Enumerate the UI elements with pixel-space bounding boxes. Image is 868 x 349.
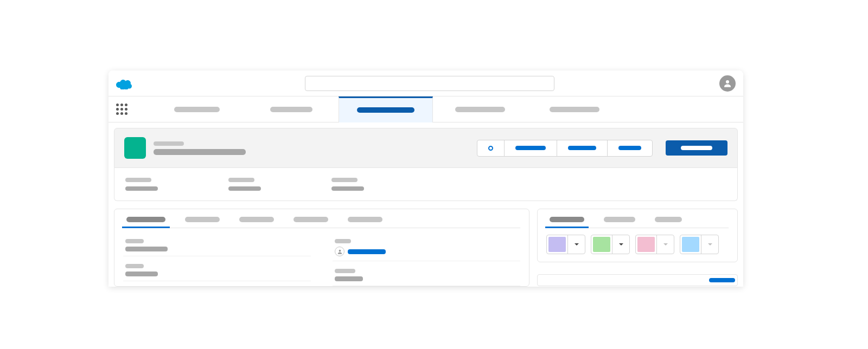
salesforce-logo[interactable] <box>116 77 133 89</box>
field-label <box>125 264 144 268</box>
field-value-link[interactable] <box>348 249 386 254</box>
nav-tab-label <box>550 107 599 112</box>
action-button-group <box>477 140 653 157</box>
highlight-field-1 <box>228 178 261 191</box>
action-label <box>568 146 596 150</box>
user-avatar[interactable] <box>719 75 736 92</box>
detail-tab-label <box>239 217 274 222</box>
related-chip-0[interactable] <box>546 235 585 254</box>
record-header <box>114 128 738 168</box>
detail-field-left-0 <box>123 235 311 256</box>
nav-tab-0[interactable] <box>150 96 244 122</box>
related-link-label <box>709 278 735 282</box>
nav-tab-label <box>357 107 414 113</box>
nav-tab-1[interactable] <box>244 96 339 122</box>
related-column <box>537 209 738 287</box>
detail-panel <box>114 209 529 287</box>
related-tab-label <box>604 217 635 222</box>
highlight-field-2 <box>331 178 364 191</box>
related-chip-1[interactable] <box>591 235 630 254</box>
field-label <box>335 239 351 243</box>
nav-tabs <box>150 96 622 122</box>
app-window <box>108 70 743 287</box>
detail-tabs <box>123 217 520 228</box>
primary-action-label <box>681 146 712 150</box>
detail-field-right-1 <box>333 264 520 286</box>
svg-point-1 <box>339 249 341 251</box>
record-name <box>154 149 246 155</box>
highlight-value <box>331 186 364 191</box>
record-action-1[interactable] <box>505 140 557 156</box>
chip-swatch-icon <box>682 237 699 252</box>
nav-tab-label <box>455 107 505 112</box>
chevron-down-icon[interactable] <box>612 235 629 254</box>
detail-column-left <box>123 235 311 286</box>
chip-swatch-icon <box>548 237 566 252</box>
detail-tab-label <box>126 217 165 222</box>
detail-tab-label <box>348 217 382 222</box>
field-value <box>125 247 168 251</box>
chevron-down-icon[interactable] <box>656 235 674 254</box>
record-type-label <box>154 141 184 146</box>
app-launcher-icon[interactable] <box>116 104 128 115</box>
related-link-row[interactable] <box>537 274 738 286</box>
status-dot-icon <box>488 146 493 151</box>
nav-tab-3[interactable] <box>433 96 527 122</box>
field-value <box>335 276 363 281</box>
detail-tab-3[interactable] <box>293 217 328 228</box>
detail-tab-4[interactable] <box>348 217 382 228</box>
field-label <box>125 239 144 243</box>
record-type-icon <box>124 137 146 159</box>
detail-field-left-1 <box>123 260 311 281</box>
chevron-down-icon[interactable] <box>567 235 585 254</box>
owner-avatar-icon <box>335 247 344 256</box>
detail-rows <box>123 235 520 286</box>
chip-swatch-icon <box>593 237 610 252</box>
nav-tab-label <box>270 107 312 112</box>
record-action-2[interactable] <box>557 140 608 156</box>
global-header <box>108 70 743 96</box>
related-chips <box>546 235 729 254</box>
action-label <box>618 146 641 150</box>
related-tab-label <box>550 217 584 222</box>
related-tab-label <box>655 217 682 222</box>
related-chip-2[interactable] <box>635 235 674 254</box>
detail-tab-0[interactable] <box>126 217 165 228</box>
record-action-0[interactable] <box>477 140 505 156</box>
related-chip-3[interactable] <box>680 235 719 254</box>
field-value <box>125 272 158 276</box>
related-tab-1[interactable] <box>604 217 635 228</box>
app-nav <box>108 96 743 122</box>
highlight-label <box>125 178 151 182</box>
highlights-panel <box>114 168 738 201</box>
highlight-value <box>125 186 158 191</box>
chevron-down-icon[interactable] <box>701 235 718 254</box>
owner-value-row <box>335 247 518 256</box>
svg-point-0 <box>726 80 729 83</box>
highlight-label <box>331 178 358 182</box>
related-tabs <box>546 217 729 228</box>
detail-tab-label <box>185 217 220 222</box>
content-columns <box>108 201 743 287</box>
related-tab-0[interactable] <box>550 217 584 228</box>
related-panel <box>537 209 738 262</box>
nav-tab-label <box>174 107 220 112</box>
record-area <box>108 122 743 201</box>
related-tab-2[interactable] <box>655 217 682 228</box>
detail-column-right <box>333 235 520 286</box>
action-label <box>515 146 546 150</box>
highlight-field-0 <box>125 178 158 191</box>
highlight-value <box>228 186 261 191</box>
nav-tab-4[interactable] <box>527 96 622 122</box>
detail-tab-label <box>293 217 328 222</box>
primary-action-button[interactable] <box>666 140 727 156</box>
global-search-input[interactable] <box>305 76 554 91</box>
detail-tab-1[interactable] <box>185 217 220 228</box>
record-title-block <box>154 141 469 155</box>
nav-tab-2[interactable] <box>339 96 433 122</box>
highlight-label <box>228 178 254 182</box>
record-action-3[interactable] <box>608 140 652 156</box>
chip-swatch-icon <box>637 237 655 252</box>
detail-field-right-0 <box>333 235 520 261</box>
detail-tab-2[interactable] <box>239 217 274 228</box>
